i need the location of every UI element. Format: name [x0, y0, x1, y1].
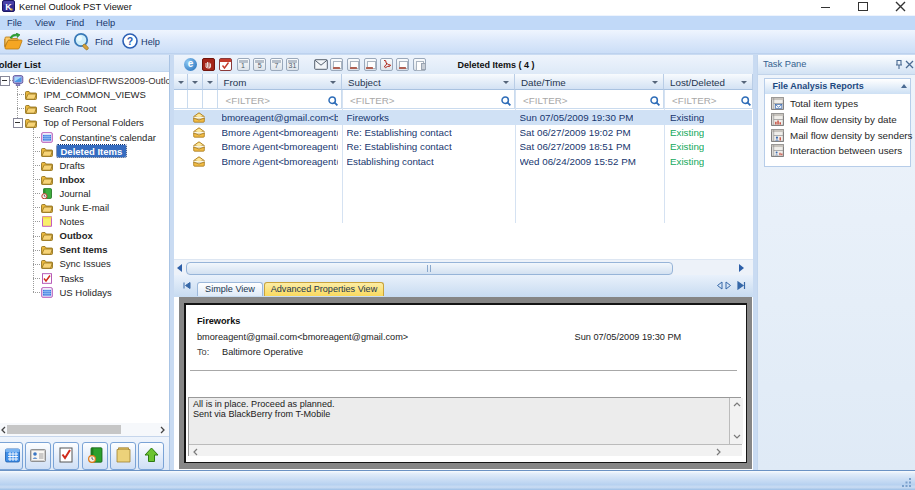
svg-text:?: ? [127, 35, 133, 47]
